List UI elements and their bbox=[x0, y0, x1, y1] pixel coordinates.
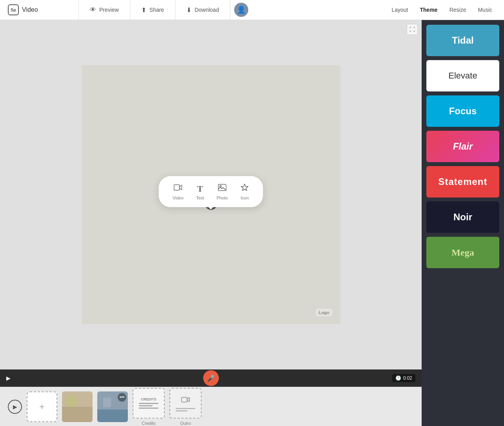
canvas-area: ⛶ Video T bbox=[0, 20, 422, 426]
download-icon: ⬇ bbox=[186, 6, 191, 14]
add-slide-button[interactable]: + bbox=[27, 391, 57, 422]
timeline-play-button[interactable]: ▶ bbox=[8, 400, 22, 414]
credits-slide-inner: CREDITS bbox=[133, 389, 164, 418]
expand-button[interactable]: ⛶ bbox=[407, 24, 418, 35]
app-header: Sp Video 👁 Preview ⬆ Share ⬇ Download 👤 … bbox=[0, 0, 504, 20]
theme-elevate-card[interactable]: Elevate bbox=[426, 60, 499, 91]
top-nav: 👁 Preview ⬆ Share ⬇ Download 👤 bbox=[78, 0, 380, 20]
logo-watermark: Logo bbox=[316, 309, 333, 316]
theme-mega-label: Mega bbox=[451, 247, 474, 258]
preview-label: Preview bbox=[99, 7, 119, 13]
video-controls-bar: ▶ 🎤 🕐 0:02 bbox=[0, 369, 422, 387]
theme-statement-label: Statement bbox=[438, 176, 487, 187]
credits-line-2 bbox=[139, 405, 153, 406]
video-canvas[interactable]: Video T Text bbox=[82, 65, 340, 324]
music-nav-item[interactable]: Music bbox=[478, 7, 492, 13]
share-label: Share bbox=[149, 7, 164, 13]
theme-mega-card[interactable]: Mega bbox=[426, 237, 499, 268]
mic-button[interactable]: 🎤 bbox=[203, 370, 219, 386]
outro-text-lines bbox=[172, 408, 199, 411]
outro-slide-inner bbox=[170, 389, 201, 418]
slide-1-thumbnail[interactable] bbox=[62, 391, 93, 422]
clock-icon: 🕐 bbox=[395, 375, 401, 381]
add-content-popup: Video T Text bbox=[158, 176, 263, 207]
sp-logo-icon: Sp bbox=[8, 4, 19, 15]
text-icon: T bbox=[197, 183, 203, 194]
right-nav: Layout Theme Resize Music bbox=[380, 7, 504, 13]
slide-more-button[interactable]: ••• bbox=[118, 393, 126, 402]
theme-flair-card[interactable]: Flair bbox=[426, 131, 499, 162]
outro-line-2 bbox=[176, 410, 187, 411]
credits-header-text: CREDITS bbox=[141, 397, 156, 401]
theme-focus-card[interactable]: Focus bbox=[426, 95, 499, 127]
avatar-icon: 👤 bbox=[237, 5, 246, 14]
add-text-button[interactable]: T Text bbox=[190, 181, 210, 202]
credits-lines bbox=[135, 403, 162, 409]
slide-2-thumbnail[interactable]: ••• bbox=[97, 391, 128, 422]
add-photo-button[interactable]: Photo bbox=[210, 181, 234, 203]
timeline: ▶ + 1 ••• bbox=[0, 387, 422, 426]
main-content: ⛶ Video T bbox=[0, 20, 504, 426]
layout-nav-item[interactable]: Layout bbox=[391, 7, 408, 13]
credits-label: Credits bbox=[142, 421, 156, 426]
app-title: Video bbox=[22, 6, 38, 13]
theme-focus-label: Focus bbox=[449, 106, 477, 117]
theme-tidal-label: Tidal bbox=[452, 35, 474, 46]
preview-button[interactable]: 👁 Preview bbox=[79, 0, 130, 20]
time-value: 0:02 bbox=[403, 375, 412, 381]
brand-logo: Sp Video bbox=[0, 4, 78, 15]
slide-2-wrapper: ••• 2 bbox=[97, 391, 128, 422]
outro-label: Outro bbox=[180, 421, 191, 426]
share-icon: ⬆ bbox=[141, 6, 146, 14]
theme-flair-label: Flair bbox=[453, 141, 473, 152]
play-button[interactable]: ▶ bbox=[6, 375, 11, 381]
add-video-label: Video bbox=[173, 196, 184, 200]
share-button[interactable]: ⬆ Share bbox=[130, 0, 175, 20]
resize-nav-item[interactable]: Resize bbox=[449, 7, 466, 13]
star-icon bbox=[240, 183, 249, 194]
download-label: Download bbox=[195, 7, 219, 13]
outro-slide-wrapper: Outro bbox=[169, 388, 202, 426]
theme-tidal-card[interactable]: Tidal bbox=[426, 25, 499, 56]
video-canvas-wrapper: Video T Text bbox=[0, 20, 422, 369]
svg-rect-3 bbox=[182, 397, 187, 402]
theme-panel: Tidal Elevate Focus Flair Statement Noir… bbox=[422, 20, 504, 426]
theme-noir-label: Noir bbox=[453, 212, 472, 223]
credits-slide-wrapper: CREDITS Credits bbox=[133, 388, 165, 426]
add-text-label: Text bbox=[196, 195, 204, 200]
svg-rect-0 bbox=[174, 185, 180, 190]
theme-nav-item[interactable]: Theme bbox=[420, 7, 438, 13]
add-photo-label: Photo bbox=[217, 196, 228, 200]
logo-text: Sp bbox=[11, 7, 16, 12]
theme-statement-card[interactable]: Statement bbox=[426, 166, 499, 197]
credits-line-1 bbox=[139, 403, 158, 404]
outro-icon bbox=[181, 395, 190, 406]
theme-noir-card[interactable]: Noir bbox=[426, 201, 499, 233]
time-display: 🕐 0:02 bbox=[392, 374, 415, 382]
credits-slide[interactable]: CREDITS bbox=[133, 388, 165, 419]
add-icon-button[interactable]: Icon bbox=[234, 181, 255, 203]
add-video-button[interactable]: Video bbox=[166, 181, 190, 203]
mic-icon: 🎤 bbox=[207, 375, 215, 382]
preview-icon: 👁 bbox=[90, 6, 96, 13]
add-icon-label: Icon bbox=[241, 196, 249, 200]
user-avatar-button[interactable]: 👤 bbox=[234, 3, 248, 17]
outro-line-1 bbox=[176, 408, 195, 409]
theme-elevate-label: Elevate bbox=[448, 71, 477, 81]
download-button[interactable]: ⬇ Download bbox=[175, 0, 230, 20]
credits-line-3 bbox=[139, 408, 158, 409]
slide-1-wrapper: 1 bbox=[62, 391, 93, 422]
video-icon bbox=[174, 183, 182, 194]
outro-slide[interactable] bbox=[169, 388, 202, 419]
photo-icon bbox=[218, 183, 227, 194]
